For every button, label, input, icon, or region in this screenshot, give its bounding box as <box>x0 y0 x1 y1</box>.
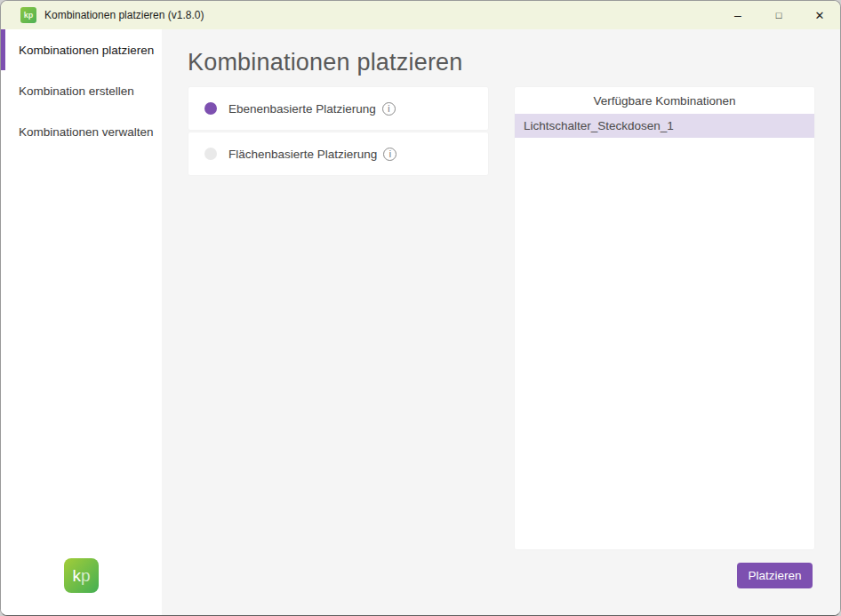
kp-logo: kp <box>64 558 99 593</box>
kp-logo-p: p <box>81 567 91 584</box>
page-title: Kombinationen platzieren <box>188 49 463 76</box>
main-content: Kombinationen platzieren Ebenenbasierte … <box>162 29 840 616</box>
option-label: Ebenenbasierte Platzierung <box>228 102 376 116</box>
platzieren-button[interactable]: Platzieren <box>737 563 813 588</box>
app-window: kp Kombinationen platzieren (v1.8.0) – □… <box>0 0 841 616</box>
radio-button-unselected[interactable] <box>204 148 217 160</box>
app-body: Kombinationen platzieren Kombination ers… <box>1 29 840 616</box>
minimize-icon: – <box>734 12 741 18</box>
titlebar[interactable]: kp Kombinationen platzieren (v1.8.0) – □… <box>1 1 840 29</box>
sidebar-item-kombinationen-platzieren[interactable]: Kombinationen platzieren <box>1 29 162 70</box>
close-icon: ✕ <box>815 9 825 22</box>
radio-button-selected[interactable] <box>204 102 217 115</box>
info-icon[interactable]: i <box>382 102 396 116</box>
available-combinations-panel: Verfügbare Kombinationen Lichtschalter_S… <box>515 87 814 549</box>
close-button[interactable]: ✕ <box>799 1 840 29</box>
sidebar-item-label: Kombination erstellen <box>19 84 134 98</box>
maximize-button[interactable]: □ <box>758 1 799 29</box>
option-label: Flächenbasierte Platzierung <box>228 148 377 161</box>
sidebar-item-label: Kombinationen verwalten <box>19 125 154 139</box>
window-title: Kombinationen platzieren (v1.8.0) <box>44 9 717 21</box>
combinations-panel-header: Verfügbare Kombinationen <box>515 87 814 114</box>
sidebar-item-kombinationen-verwalten[interactable]: Kombinationen verwalten <box>1 111 162 152</box>
placement-options: Ebenenbasierte Platzierung i Flächenbasi… <box>188 87 488 178</box>
sidebar-item-label: Kombinationen platzieren <box>19 44 154 57</box>
maximize-icon: □ <box>776 10 782 20</box>
window-controls: – □ ✕ <box>717 1 840 29</box>
minimize-button[interactable]: – <box>717 1 758 29</box>
app-icon-text: kp <box>24 11 34 20</box>
list-item-lichtschalter-steckdosen-1[interactable]: Lichtschalter_Steckdosen_1 <box>515 114 814 138</box>
info-icon[interactable]: i <box>383 148 396 161</box>
kp-logo-k: k <box>72 567 81 584</box>
sidebar: Kombinationen platzieren Kombination ers… <box>1 29 162 616</box>
app-icon: kp <box>20 7 36 23</box>
option-ebenenbasierte-platzierung[interactable]: Ebenenbasierte Platzierung i <box>188 87 488 130</box>
sidebar-item-kombination-erstellen[interactable]: Kombination erstellen <box>1 70 162 111</box>
option-flaechenbasierte-platzierung[interactable]: Flächenbasierte Platzierung i <box>188 132 488 175</box>
